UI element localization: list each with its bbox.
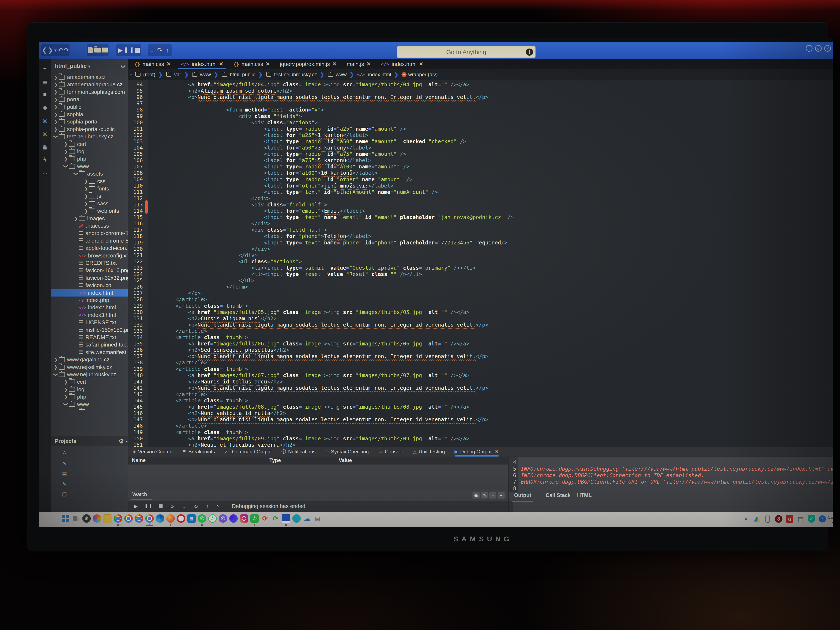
tree-chevron-icon[interactable]: ❯ bbox=[63, 387, 69, 392]
close-icon[interactable]: ✕ bbox=[266, 61, 270, 67]
tree-item-js[interactable]: ❯js bbox=[51, 193, 128, 200]
tree-item-arcademania.cz[interactable]: ❯arcademania.cz bbox=[51, 74, 128, 81]
go-to-anything-box[interactable]: Go to Anything ! bbox=[397, 46, 535, 58]
chrome-profile-2[interactable] bbox=[124, 514, 133, 526]
tree-chevron-icon[interactable]: ❯ bbox=[53, 97, 58, 102]
tree-item-index.html[interactable]: </>index.html bbox=[51, 289, 128, 297]
teal-app[interactable] bbox=[292, 514, 302, 526]
panel-tab-console[interactable]: ▭Console bbox=[379, 447, 403, 456]
close-icon[interactable]: ✕ bbox=[219, 61, 223, 67]
tree-chevron-icon[interactable]: ❯ bbox=[53, 104, 58, 109]
grid-icon[interactable]: ▦ bbox=[41, 142, 49, 151]
save-icon[interactable] bbox=[101, 45, 109, 55]
tab-html[interactable]: HTML bbox=[577, 492, 592, 498]
tree-item-css[interactable]: ❯css bbox=[51, 178, 128, 185]
tree-chevron-icon[interactable]: ❯ bbox=[53, 82, 58, 87]
breadcrumb-item[interactable]: <>wrapper (div) bbox=[401, 72, 437, 77]
tree-item-www.nejubrousky.cz[interactable]: ❯www.nejubrousky.cz bbox=[51, 371, 128, 378]
kit-icon[interactable]: ◈ bbox=[41, 103, 49, 112]
step-out-icon[interactable]: ↑ bbox=[164, 45, 172, 55]
tree-chevron-icon[interactable]: ❯ bbox=[53, 372, 58, 377]
instagram[interactable] bbox=[239, 514, 249, 526]
tree-item-favicon.ico[interactable]: favicon.ico bbox=[51, 282, 128, 289]
go-icon[interactable]: ◉ bbox=[41, 129, 49, 138]
copilot[interactable] bbox=[92, 514, 102, 526]
watch-show-icon[interactable]: ◉ bbox=[472, 492, 480, 499]
watch-edit-icon[interactable]: ✎ bbox=[481, 492, 488, 499]
panel-tab-command-output[interactable]: >_Command Output bbox=[225, 447, 272, 456]
back-icon[interactable]: ❮ bbox=[41, 45, 47, 55]
project-title[interactable]: html_public ▾ bbox=[55, 63, 90, 69]
step-in-icon[interactable]: ↓ bbox=[148, 45, 156, 55]
close-icon[interactable]: ✕ bbox=[366, 61, 371, 67]
debug-terminal-icon[interactable]: >_ bbox=[216, 504, 223, 509]
tree-item-folder[interactable] bbox=[51, 408, 128, 415]
tree-item-apple-touch-icon.png[interactable]: apple-touch-icon.png bbox=[51, 245, 128, 252]
watch-remove-icon[interactable]: − bbox=[498, 492, 505, 499]
macro-lightning-icon[interactable]: ϟ bbox=[41, 155, 49, 164]
tree-chevron-icon[interactable]: ❯ bbox=[53, 126, 58, 132]
tree-chevron-icon[interactable]: ❯ bbox=[63, 401, 68, 407]
add-icon[interactable]: + bbox=[41, 64, 49, 73]
tree-item-sophia[interactable]: ❯sophia bbox=[51, 111, 128, 118]
tree-item-sophia-portal[interactable]: ❯sophia-portal bbox=[51, 118, 128, 125]
tree-chevron-icon[interactable]: ❯ bbox=[63, 379, 69, 385]
tree-item-sass[interactable]: ❯sass bbox=[51, 200, 128, 207]
tree-item-php[interactable]: ❯php bbox=[51, 155, 128, 163]
tree-item-android-chrome-512x51[interactable]: android-chrome-512x51 bbox=[51, 237, 128, 245]
close-icon[interactable]: ✕ bbox=[332, 61, 336, 67]
watch-add-icon[interactable]: + bbox=[489, 492, 496, 499]
tree-item-favicon-32x32.png[interactable]: favicon-32x32.png bbox=[51, 274, 128, 282]
messenger[interactable] bbox=[229, 514, 238, 526]
debug-step-over-icon[interactable]: ↻ bbox=[193, 504, 199, 509]
tree-chevron-icon[interactable]: ❯ bbox=[53, 134, 58, 139]
tree-item-log[interactable]: ❯log bbox=[51, 148, 128, 155]
tree-item-images[interactable]: ❯images bbox=[51, 215, 128, 222]
projects-panel-header[interactable]: Projects ⚙ ▾ bbox=[51, 436, 128, 446]
tree-item-sophia-portal-public[interactable]: ❯sophia-portal-public bbox=[51, 126, 128, 133]
tree-chevron-icon[interactable]: ❯ bbox=[84, 201, 89, 206]
tree-item-android-chrome-192x19[interactable]: android-chrome-192x19 bbox=[51, 229, 128, 237]
tab-call-stack[interactable]: Call Stack bbox=[546, 492, 571, 498]
tree-chevron-icon[interactable]: ❯ bbox=[53, 112, 58, 117]
tree-item-index3.html[interactable]: </>index3.html bbox=[51, 311, 128, 319]
tree-item-php[interactable]: ❯php bbox=[51, 393, 128, 401]
tree-item-public[interactable]: ❯public bbox=[51, 103, 128, 111]
microsoft-store[interactable]: ▦ bbox=[187, 514, 196, 526]
tree-item-safari-pinned-tab.svg[interactable]: safari-pinned-tab.svg bbox=[51, 341, 128, 348]
chrome-profile-3[interactable] bbox=[134, 514, 144, 526]
close-icon[interactable]: ✕ bbox=[167, 61, 171, 67]
tree-item-www[interactable]: ❯www bbox=[51, 401, 128, 408]
open-folder-icon[interactable] bbox=[94, 45, 101, 55]
restore-button[interactable]: □ bbox=[815, 45, 822, 52]
tree-item-arcademaniaprague.cz[interactable]: ❯arcademaniaprague.cz bbox=[51, 81, 128, 88]
tree-item-test.nejubrousky.cz[interactable]: ❯test.nejubrousky.cz bbox=[51, 133, 128, 140]
book-mini-icon[interactable]: ❒ bbox=[61, 491, 68, 499]
close-icon[interactable]: ✕ bbox=[495, 449, 499, 455]
opera[interactable] bbox=[176, 514, 186, 526]
debug-output-log[interactable]: 45INFO:chrome.dbgp.main:Debugging 'file:… bbox=[509, 456, 833, 493]
tree-chevron-icon[interactable]: ❯ bbox=[63, 395, 69, 399]
tree-item-assets[interactable]: ❯assets bbox=[51, 170, 128, 177]
breadcrumb-dropdown-icon[interactable]: ▾ bbox=[130, 72, 132, 77]
adobe-icon[interactable]: a bbox=[785, 514, 794, 524]
undo-icon[interactable]: ↶ bbox=[57, 45, 63, 55]
breadcrumb-item[interactable]: </>index.html bbox=[357, 72, 391, 77]
debug-step-in-icon[interactable]: ↓ bbox=[181, 504, 187, 509]
tree-item-log[interactable]: ❯log bbox=[51, 386, 128, 393]
firefox[interactable] bbox=[166, 514, 175, 526]
file-explorer[interactable] bbox=[103, 514, 112, 526]
tree-item-.htaccess[interactable]: .htaccess bbox=[51, 222, 128, 229]
tree-chevron-icon[interactable]: ❯ bbox=[53, 75, 58, 80]
doc-mini-icon[interactable]: ▤ bbox=[61, 470, 68, 478]
tab-watch[interactable]: Watch bbox=[132, 491, 147, 497]
tab-index.html[interactable]: </>index.html✕ bbox=[376, 59, 428, 69]
task-view[interactable] bbox=[71, 514, 81, 526]
tree-chevron-icon[interactable]: ❯ bbox=[63, 142, 69, 147]
debug-stop-icon[interactable] bbox=[158, 504, 164, 509]
step-over-icon[interactable]: ↷ bbox=[156, 45, 164, 55]
tree-item-README.txt[interactable]: README.txt bbox=[51, 334, 128, 341]
minimize-button[interactable]: – bbox=[806, 45, 813, 52]
close-button[interactable]: ✕ bbox=[824, 45, 831, 52]
tree-item-fonts[interactable]: ❯fonts bbox=[51, 185, 128, 193]
